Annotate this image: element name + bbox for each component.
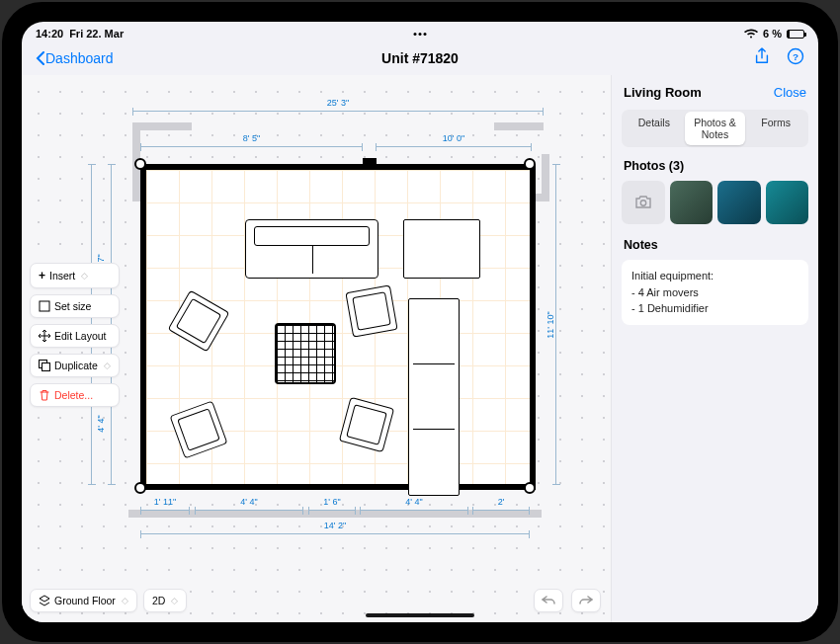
delete-button[interactable]: Delete... [30, 383, 120, 407]
multitask-dots[interactable] [414, 33, 427, 36]
tab-photos-notes[interactable]: Photos & Notes [685, 112, 746, 145]
floor-label: Ground Floor [54, 595, 116, 606]
photo-thumbnail[interactable] [670, 181, 714, 224]
nav-bar: Dashboard Unit #71820 ? [22, 41, 818, 75]
dimension: 10' 0" [376, 146, 532, 147]
photo-thumbnail[interactable] [766, 181, 809, 224]
dimension: 4' 4" [195, 510, 303, 511]
editlayout-button[interactable]: Edit Layout [30, 324, 120, 348]
duplicate-label: Duplicate [54, 360, 98, 371]
left-toolbar: +Insert◇ Set size Edit Layout Duplicate◇ [30, 263, 120, 407]
panel-tabs: Details Photos & Notes Forms [622, 110, 808, 147]
battery-icon [787, 30, 804, 39]
notes-content[interactable]: Initial equipment: - 4 Air movers - 1 De… [622, 260, 808, 325]
adjacent-wall [132, 122, 192, 130]
notes-heading: Notes [612, 234, 818, 256]
dimension: 8' 5" [140, 146, 363, 147]
furniture-sofa[interactable] [245, 219, 378, 279]
move-icon [39, 330, 50, 342]
room-plan[interactable]: 25' 3" 8' 5" 10' 0" 7' 7" 4' 4" 11' 10" [140, 134, 536, 480]
photos-heading: Photos (3) [612, 155, 818, 177]
status-bar: 14:20 Fri 22. Mar 6 % [22, 22, 818, 41]
furniture-sectional[interactable] [408, 298, 460, 496]
furniture-rug[interactable] [275, 323, 336, 384]
resize-icon [39, 300, 50, 312]
tab-details[interactable]: Details [624, 112, 685, 145]
status-time: 14:20 [36, 28, 63, 40]
dimension: 1' 11" [140, 510, 190, 511]
trash-icon [39, 389, 50, 401]
setsize-label: Set size [54, 300, 91, 312]
ipad-frame: 14:20 Fri 22. Mar 6 % Dashboard Unit #71… [2, 2, 838, 642]
dimension: 2' [472, 510, 530, 511]
page-title: Unit #71820 [381, 50, 459, 66]
view-toggle[interactable]: 2D◇ [143, 589, 187, 612]
floorplan-canvas[interactable]: +Insert◇ Set size Edit Layout Duplicate◇ [22, 75, 611, 622]
undo-button[interactable] [534, 589, 563, 612]
svg-point-5 [640, 201, 645, 205]
share-icon[interactable] [753, 47, 771, 69]
furniture-chair[interactable] [170, 401, 228, 459]
adjacent-wall [494, 122, 544, 130]
screen: 14:20 Fri 22. Mar 6 % Dashboard Unit #71… [22, 22, 818, 622]
floor-selector[interactable]: Ground Floor◇ [30, 589, 137, 612]
floors-icon [39, 595, 50, 606]
room-outline[interactable] [140, 164, 536, 490]
side-panel: Living Room Close Details Photos & Notes… [611, 75, 818, 622]
svg-rect-4 [42, 363, 50, 371]
duplicate-icon [39, 360, 50, 371]
corner-handle[interactable] [524, 158, 536, 170]
furniture-cabinet[interactable] [403, 219, 480, 279]
furniture-chair[interactable] [345, 284, 397, 337]
insert-label: Insert [49, 270, 75, 282]
corner-handle[interactable] [134, 482, 146, 494]
furniture-chair[interactable] [168, 290, 230, 353]
svg-rect-2 [40, 301, 49, 311]
camera-icon [634, 196, 652, 209]
delete-label: Delete... [54, 389, 93, 401]
dimension: 4' 4" [360, 510, 468, 511]
dimension: 11' 10" [555, 164, 556, 485]
back-button[interactable]: Dashboard [36, 50, 114, 66]
status-date: Fri 22. Mar [69, 28, 124, 40]
corner-handle[interactable] [524, 482, 536, 494]
home-indicator[interactable] [366, 613, 474, 617]
furniture-chair[interactable] [339, 397, 394, 452]
photo-thumbnail[interactable] [717, 181, 761, 224]
dimension: 25' 3" [132, 111, 544, 112]
tab-forms[interactable]: Forms [745, 112, 806, 145]
close-button[interactable]: Close [774, 85, 806, 100]
corner-handle[interactable] [134, 158, 146, 170]
wifi-icon [744, 29, 758, 39]
undo-icon [542, 595, 555, 606]
view-label: 2D [152, 595, 165, 606]
wall-segment [363, 158, 377, 170]
panel-room-name: Living Room [624, 85, 702, 100]
redo-icon [579, 595, 593, 606]
duplicate-button[interactable]: Duplicate◇ [30, 354, 120, 377]
add-photo-button[interactable] [622, 181, 665, 224]
dimension: 14' 2" [140, 533, 530, 534]
svg-text:?: ? [793, 51, 798, 62]
editlayout-label: Edit Layout [54, 330, 107, 342]
redo-button[interactable] [571, 589, 601, 612]
setsize-button[interactable]: Set size [30, 294, 120, 318]
insert-button[interactable]: +Insert◇ [30, 263, 120, 288]
battery-percent: 6 % [763, 28, 782, 40]
back-label: Dashboard [45, 50, 114, 66]
dimension: 1' 6" [308, 510, 356, 511]
help-icon[interactable]: ? [787, 47, 804, 69]
